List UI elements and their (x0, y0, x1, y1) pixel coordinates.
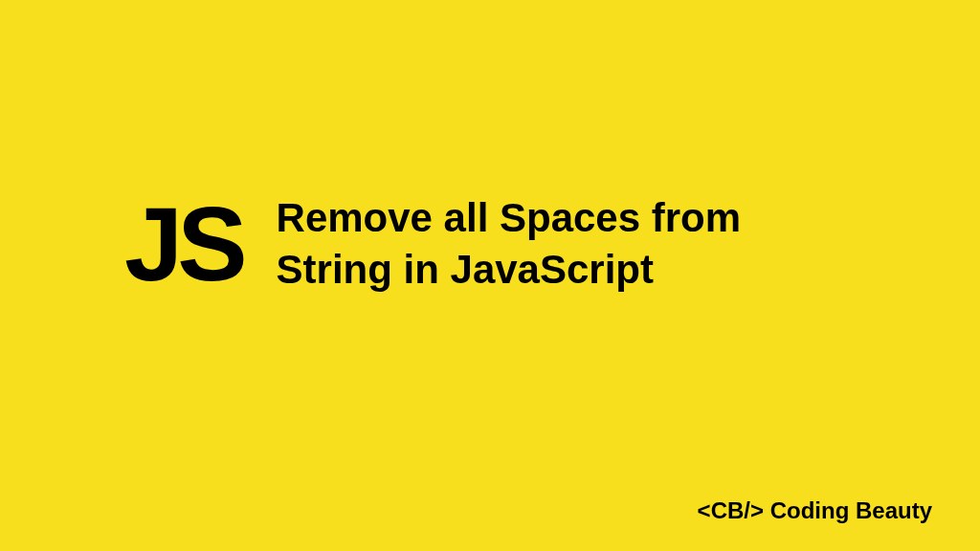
brand-tag: <CB/> (698, 497, 764, 523)
brand-footer: <CB/> Coding Beauty (698, 497, 932, 524)
js-logo-badge: JS (124, 191, 242, 297)
brand-name: Coding Beauty (770, 497, 932, 523)
article-title: Remove all Spaces from String in JavaScr… (277, 192, 813, 296)
main-content: JS Remove all Spaces from String in Java… (124, 191, 813, 297)
